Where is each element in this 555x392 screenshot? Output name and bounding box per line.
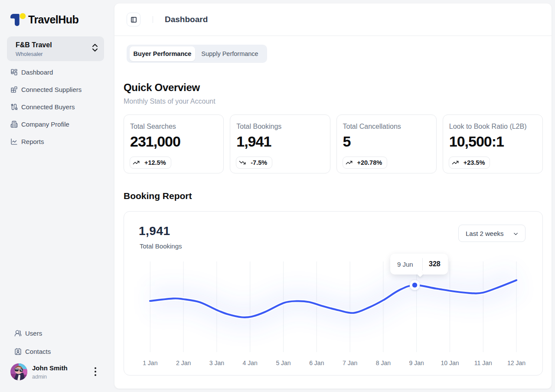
- svg-text:5 Jan: 5 Jan: [276, 359, 291, 366]
- svg-text:11 Jan: 11 Jan: [474, 359, 492, 366]
- svg-text:12 Jan: 12 Jan: [507, 359, 526, 366]
- svg-text:3 Jan: 3 Jan: [209, 359, 224, 366]
- svg-text:6 Jan: 6 Jan: [309, 359, 324, 366]
- svg-text:7 Jan: 7 Jan: [343, 359, 357, 366]
- svg-text:10 Jan: 10 Jan: [441, 359, 459, 366]
- svg-text:4 Jan: 4 Jan: [243, 359, 258, 366]
- svg-text:9 Jan: 9 Jan: [409, 359, 424, 366]
- svg-text:8 Jan: 8 Jan: [376, 359, 391, 366]
- svg-text:2 Jan: 2 Jan: [176, 359, 191, 366]
- svg-text:1 Jan: 1 Jan: [143, 359, 157, 366]
